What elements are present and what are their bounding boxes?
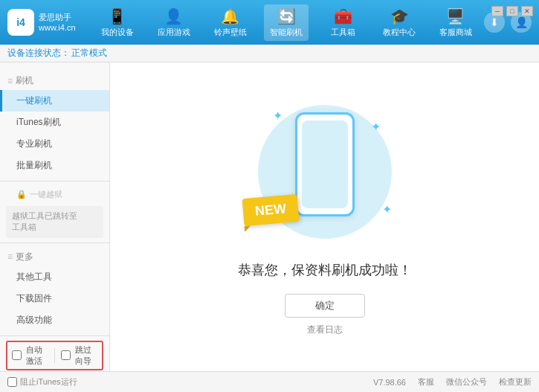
- flash-group-icon: ≡: [7, 76, 13, 86]
- sidebar-item-pro[interactable]: 专业刷机: [0, 133, 109, 155]
- sidebar-item-download-firmware-label: 下载固件: [16, 293, 52, 303]
- device-icon: 📱: [108, 7, 126, 25]
- breadcrumb: 设备连接状态： 正常模式: [0, 45, 539, 62]
- phone-screen: [302, 121, 348, 208]
- main-content: ✦ ✦ ✦ NEW 恭喜您，保资料刷机成功啦！ 确定 查看日志: [110, 62, 539, 371]
- store-icon: 🖥️: [446, 7, 465, 25]
- maximize-button[interactable]: □: [506, 6, 518, 16]
- auto-activate-checkbox[interactable]: [12, 350, 22, 360]
- logo-abbr: i4: [16, 16, 25, 28]
- sidebar-group1-label: 刷机: [16, 74, 33, 87]
- block-itunes-label: 阻止iTunes运行: [20, 376, 77, 388]
- sidebar-item-other-tools-label: 其他工具: [16, 271, 52, 282]
- sidebar-item-batch[interactable]: 批量刷机: [0, 155, 109, 176]
- app-logo: i4 爱思助手 www.i4.cn: [7, 9, 89, 36]
- new-ribbon: NEW: [242, 194, 299, 226]
- sidebar-divider1: [0, 181, 109, 181]
- nav-tab-flash[interactable]: 🔄 智能刷机: [264, 4, 309, 41]
- flash-icon: 🔄: [277, 7, 296, 25]
- apps-icon: 👤: [164, 7, 183, 25]
- sidebar-disabled-label: 一键越狱: [30, 189, 62, 200]
- logo-icon: i4: [7, 9, 34, 36]
- success-message: 恭喜您，保资料刷机成功啦！: [238, 261, 412, 279]
- sidebar-item-advanced-label: 高级功能: [16, 315, 52, 325]
- skip-guide-label: 跳过向导: [75, 344, 97, 367]
- sidebar-item-batch-label: 批量刷机: [16, 160, 52, 170]
- nav-tab-ringtone[interactable]: 🔔 铃声壁纸: [208, 4, 253, 41]
- confirm-button[interactable]: 确定: [285, 294, 365, 318]
- nav-tab-tools-label: 工具箱: [331, 27, 355, 38]
- nav-tab-ringtone-label: 铃声壁纸: [214, 27, 247, 38]
- nav-tab-store[interactable]: 🖥️ 客服商城: [433, 4, 478, 41]
- nav-tab-device[interactable]: 📱 我的设备: [95, 4, 140, 41]
- device-sep: [54, 348, 55, 363]
- sidebar-item-pro-label: 专业刷机: [16, 138, 52, 149]
- auto-activate-label: 自动激活: [26, 344, 48, 367]
- sidebar-group-flash: ≡ 刷机: [0, 71, 109, 90]
- logo-line1: 爱思助手: [39, 12, 76, 22]
- sidebar-item-advanced[interactable]: 高级功能: [0, 309, 109, 331]
- sidebar-item-itunes-label: iTunes刷机: [16, 117, 61, 127]
- nav-tabs: 📱 我的设备 👤 应用游戏 🔔 铃声壁纸 🔄 智能刷机 🧰 工具箱 🎓 教程中心…: [89, 4, 484, 41]
- nav-tab-apps-label: 应用游戏: [158, 27, 190, 38]
- more-group-icon: ≡: [7, 251, 13, 262]
- ribbon-text: NEW: [254, 201, 287, 219]
- sparkle-icon-2: ✦: [371, 120, 381, 134]
- sidebar-notice: 越狱工具已跳转至工具箱: [6, 206, 103, 238]
- nav-tab-flash-label: 智能刷机: [270, 27, 303, 38]
- nav-tab-store-label: 客服商城: [439, 27, 472, 38]
- breadcrumb-status: 正常模式: [71, 47, 107, 60]
- version-text: V7.98.66: [373, 378, 406, 387]
- sidebar: ≡ 刷机 一键刷机 iTunes刷机 专业刷机 批量刷机 🔒 一键越狱 越狱工具…: [0, 62, 110, 371]
- logo-text: 爱思助手 www.i4.cn: [39, 12, 76, 33]
- sidebar-disabled-jailbreak: 🔒 一键越狱: [0, 186, 109, 203]
- skip-guide-checkbox[interactable]: [61, 350, 71, 360]
- sidebar-group2-label: 更多: [16, 251, 33, 263]
- customer-service-link[interactable]: 客服: [418, 376, 434, 388]
- close-button[interactable]: ✕: [521, 6, 533, 16]
- logo-line2: www.i4.cn: [39, 22, 76, 33]
- sidebar-item-other-tools[interactable]: 其他工具: [0, 266, 109, 288]
- nav-tab-device-label: 我的设备: [101, 27, 134, 38]
- ringtone-icon: 🔔: [221, 7, 239, 25]
- device-options-row: 自动激活 跳过向导: [6, 341, 103, 370]
- header: i4 爱思助手 www.i4.cn 📱 我的设备 👤 应用游戏 🔔 铃声壁纸 🔄…: [0, 0, 539, 45]
- sidebar-divider2: [0, 242, 109, 243]
- block-itunes-checkbox[interactable]: [7, 377, 17, 387]
- nav-tab-tutorial[interactable]: 🎓 教程中心: [377, 4, 422, 41]
- tools-icon: 🧰: [334, 7, 352, 25]
- footer-right: V7.98.66 客服 微信公众号 检查更新: [373, 376, 532, 388]
- check-update-link[interactable]: 检查更新: [499, 376, 532, 388]
- nav-tab-tutorial-label: 教程中心: [383, 27, 416, 38]
- sparkle-icon-3: ✦: [382, 202, 392, 216]
- sidebar-item-onekey[interactable]: 一键刷机: [0, 90, 109, 112]
- sidebar-group-more: ≡ 更多: [0, 248, 109, 266]
- phone-body: [295, 112, 355, 216]
- sidebar-divider3: [0, 335, 109, 336]
- sparkle-icon-1: ✦: [273, 109, 283, 123]
- footer-left: 阻止iTunes运行: [7, 376, 373, 388]
- tutorial-icon: 🎓: [390, 7, 409, 25]
- nav-tab-tools[interactable]: 🧰 工具箱: [320, 4, 365, 41]
- main-layout: ≡ 刷机 一键刷机 iTunes刷机 专业刷机 批量刷机 🔒 一键越狱 越狱工具…: [0, 62, 539, 371]
- wechat-official-link[interactable]: 微信公众号: [446, 376, 487, 388]
- minimize-button[interactable]: ─: [491, 6, 503, 16]
- sidebar-item-onekey-label: 一键刷机: [16, 95, 52, 106]
- nav-tab-apps[interactable]: 👤 应用游戏: [152, 4, 196, 41]
- sidebar-item-itunes[interactable]: iTunes刷机: [0, 112, 109, 133]
- footer: 阻止iTunes运行 V7.98.66 客服 微信公众号 检查更新: [0, 371, 539, 392]
- phone-illustration: ✦ ✦ ✦ NEW: [251, 97, 399, 246]
- log-link[interactable]: 查看日志: [307, 324, 343, 336]
- sidebar-item-download-firmware[interactable]: 下载固件: [0, 288, 109, 309]
- breadcrumb-prefix: 设备连接状态：: [7, 47, 70, 60]
